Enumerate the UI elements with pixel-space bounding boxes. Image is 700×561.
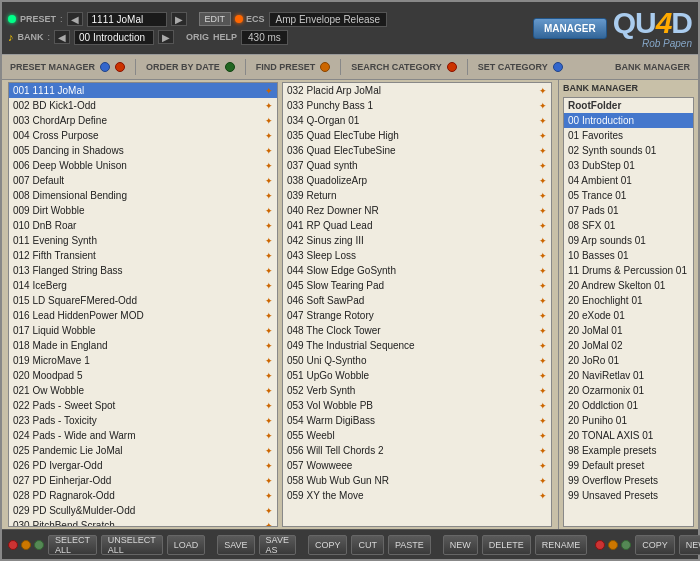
list-item[interactable]: 039 Return✦ [283, 188, 551, 203]
list-item[interactable]: 023 Pads - Toxicity✦ [9, 413, 277, 428]
list-item[interactable]: 20 JoMal 02 [564, 338, 693, 353]
bank-new-button[interactable]: NEW [679, 535, 700, 555]
cut-button[interactable]: CUT [351, 535, 384, 555]
list-item[interactable]: 052 Verb Synth✦ [283, 383, 551, 398]
list-item[interactable]: 049 The Industrial Sequence✦ [283, 338, 551, 353]
list-item[interactable]: 021 Ow Wobble✦ [9, 383, 277, 398]
list-item[interactable]: 20 Puniho 01 [564, 413, 693, 428]
list-item[interactable]: RootFolder [564, 98, 693, 113]
list-item[interactable]: 029 PD Scully&Mulder-Odd✦ [9, 503, 277, 518]
list-item[interactable]: 024 Pads - Wide and Warm✦ [9, 428, 277, 443]
list-item[interactable]: 04 Ambient 01 [564, 173, 693, 188]
list-item[interactable]: 00 Introduction [564, 113, 693, 128]
list-item[interactable]: 20 JoRo 01 [564, 353, 693, 368]
list-item[interactable]: 037 Quad synth✦ [283, 158, 551, 173]
list-item[interactable]: 059 XY the Move✦ [283, 488, 551, 503]
list-item[interactable]: 027 PD Einherjar-Odd✦ [9, 473, 277, 488]
list-item[interactable]: 048 The Clock Tower✦ [283, 323, 551, 338]
list-item[interactable]: 02 Synth sounds 01 [564, 143, 693, 158]
list-item[interactable]: 051 UpGo Wobble✦ [283, 368, 551, 383]
list-item[interactable]: 01 Favorites [564, 128, 693, 143]
list-item[interactable]: 011 Evening Synth✦ [9, 233, 277, 248]
list-item[interactable]: 07 Pads 01 [564, 203, 693, 218]
list-item[interactable]: 055 Weebl✦ [283, 428, 551, 443]
preset-prev-btn[interactable]: ◀ [67, 12, 83, 26]
save-button[interactable]: SAVE [217, 535, 254, 555]
list-item[interactable]: 044 Slow Edge GoSynth✦ [283, 263, 551, 278]
paste-button[interactable]: PASTE [388, 535, 431, 555]
select-all-button[interactable]: SELECT ALL [48, 535, 97, 555]
list-item[interactable]: 012 Fifth Transient✦ [9, 248, 277, 263]
list-item[interactable]: 041 RP Quad Lead✦ [283, 218, 551, 233]
list-item[interactable]: 016 Lead HiddenPower MOD✦ [9, 308, 277, 323]
list-item[interactable]: 20 Andrew Skelton 01 [564, 278, 693, 293]
list-item[interactable]: 05 Trance 01 [564, 188, 693, 203]
list-item[interactable]: 028 PD Ragnarok-Odd✦ [9, 488, 277, 503]
preset-manager-dot[interactable] [100, 62, 110, 72]
list-item[interactable]: 040 Rez Downer NR✦ [283, 203, 551, 218]
list-item[interactable]: 045 Slow Tearing Pad✦ [283, 278, 551, 293]
list-item[interactable]: 015 LD SquareFMered-Odd✦ [9, 293, 277, 308]
list-item[interactable]: 09 Arp sounds 01 [564, 233, 693, 248]
list-item[interactable]: 019 MicroMave 1✦ [9, 353, 277, 368]
list-item[interactable]: 034 Q-Organ 01✦ [283, 113, 551, 128]
list-item[interactable]: 003 ChordArp Define✦ [9, 113, 277, 128]
list-item[interactable]: 008 Dimensional Bending✦ [9, 188, 277, 203]
list-item[interactable]: 053 Vol Wobble PB✦ [283, 398, 551, 413]
list-item[interactable]: 026 PD Ivergar-Odd✦ [9, 458, 277, 473]
edit-btn[interactable]: EDIT [199, 12, 232, 26]
set-category-dot[interactable] [553, 62, 563, 72]
list-item[interactable]: 03 DubStep 01 [564, 158, 693, 173]
list-item[interactable]: 004 Cross Purpose✦ [9, 128, 277, 143]
list-item[interactable]: 018 Made in England✦ [9, 338, 277, 353]
list-item[interactable]: 046 Soft SawPad✦ [283, 293, 551, 308]
list-item[interactable]: 20 Enochlight 01 [564, 293, 693, 308]
new-button[interactable]: NEW [443, 535, 478, 555]
list-item[interactable]: 014 IceBerg✦ [9, 278, 277, 293]
list-item[interactable]: 030 PitchBend Scratch✦ [9, 518, 277, 527]
list-item[interactable]: 017 Liquid Wobble✦ [9, 323, 277, 338]
list-item[interactable]: 005 Dancing in Shadows✦ [9, 143, 277, 158]
copy-button[interactable]: COPY [308, 535, 348, 555]
load-button[interactable]: LOAD [167, 535, 206, 555]
list-item[interactable]: 20 eXode 01 [564, 308, 693, 323]
list-item[interactable]: 047 Strange Rotory✦ [283, 308, 551, 323]
list-item[interactable]: 038 QuadolizeArp✦ [283, 173, 551, 188]
list-item[interactable]: 11 Drums & Percussion 01 [564, 263, 693, 278]
list-item[interactable]: 002 BD Kick1-Odd✦ [9, 98, 277, 113]
list-item[interactable]: 99 Unsaved Presets [564, 488, 693, 503]
list-item[interactable]: 99 Default preset [564, 458, 693, 473]
list-item[interactable]: 007 Default✦ [9, 173, 277, 188]
delete-button[interactable]: DELETE [482, 535, 531, 555]
list-item[interactable]: 20 TONAL AXIS 01 [564, 428, 693, 443]
list-item[interactable]: 20 Ozarmonix 01 [564, 383, 693, 398]
order-date-dot[interactable] [225, 62, 235, 72]
list-item[interactable]: 006 Deep Wobble Unison✦ [9, 158, 277, 173]
list-item[interactable]: 054 Warm DigiBass✦ [283, 413, 551, 428]
preset-next-btn[interactable]: ▶ [171, 12, 187, 26]
bank-prev-btn[interactable]: ◀ [54, 30, 70, 44]
list-item[interactable]: 10 Basses 01 [564, 248, 693, 263]
list-item[interactable]: 020 Moodpad 5✦ [9, 368, 277, 383]
list-item[interactable]: 20 NaviRetlav 01 [564, 368, 693, 383]
list-item[interactable]: 98 Example presets [564, 443, 693, 458]
bank-next-btn[interactable]: ▶ [158, 30, 174, 44]
list-item[interactable]: 043 Sleep Loss✦ [283, 248, 551, 263]
list-item[interactable]: 025 Pandemic Lie JoMal✦ [9, 443, 277, 458]
list-item[interactable]: 99 Overflow Presets [564, 473, 693, 488]
list-item[interactable]: 001 1111 JoMal✦ [9, 83, 277, 98]
list-item[interactable]: 057 Wowweee✦ [283, 458, 551, 473]
preset-manager-dot2[interactable] [115, 62, 125, 72]
find-preset-dot[interactable] [320, 62, 330, 72]
list-item[interactable]: 035 Quad ElecTube High✦ [283, 128, 551, 143]
list-item[interactable]: 010 DnB Roar✦ [9, 218, 277, 233]
list-item[interactable]: 20 Oddlction 01 [564, 398, 693, 413]
list-item[interactable]: 033 Punchy Bass 1✦ [283, 98, 551, 113]
list-item[interactable]: 056 Will Tell Chords 2✦ [283, 443, 551, 458]
rename-button[interactable]: RENAME [535, 535, 588, 555]
search-category-dot[interactable] [447, 62, 457, 72]
manager-button[interactable]: MANAGER [533, 18, 607, 39]
list-item[interactable]: 058 Wub Wub Gun NR✦ [283, 473, 551, 488]
list-item[interactable]: 050 Uni Q-Syntho✦ [283, 353, 551, 368]
save-as-button[interactable]: SAVE AS [259, 535, 296, 555]
